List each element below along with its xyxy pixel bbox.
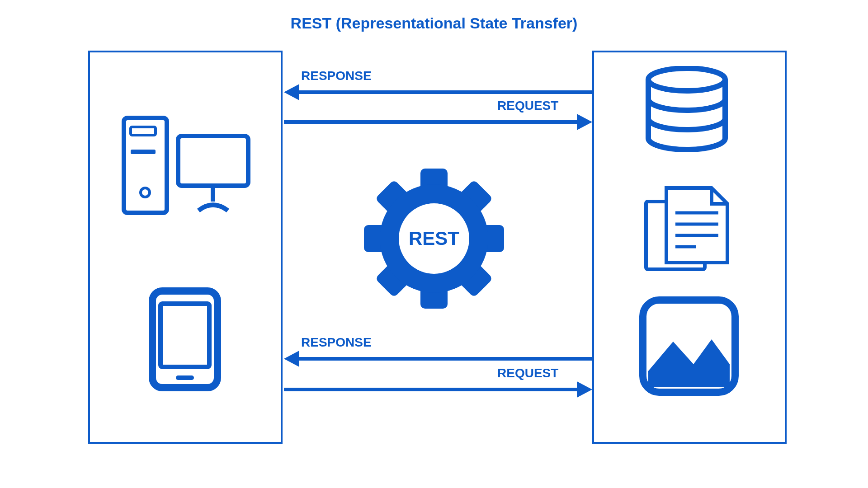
- svg-rect-1: [131, 127, 156, 135]
- document-icon: [642, 183, 732, 274]
- arrow-head-bottom-response: [284, 351, 299, 367]
- svg-point-3: [141, 188, 150, 197]
- diagram-title: REST (Representational State Transfer): [291, 14, 578, 32]
- arrow-bottom-response: [298, 357, 592, 361]
- svg-point-9: [648, 68, 725, 91]
- arrow-top-response: [298, 90, 592, 94]
- gear-label: REST: [409, 228, 459, 249]
- database-icon: [642, 66, 732, 152]
- arrow-head-top-response: [284, 84, 299, 100]
- server-box: [592, 51, 787, 444]
- arrow-label-top-request: REQUEST: [497, 99, 558, 113]
- desktop-computer-icon: [122, 116, 253, 215]
- arrow-bottom-request: [284, 388, 578, 391]
- arrow-top-request: [284, 120, 578, 124]
- client-box: [88, 51, 283, 444]
- rest-gear-icon: REST: [362, 166, 506, 311]
- arrow-label-top-response: RESPONSE: [301, 69, 372, 83]
- arrow-head-bottom-request: [577, 381, 592, 398]
- svg-rect-2: [131, 150, 156, 154]
- svg-rect-4: [178, 136, 248, 186]
- arrow-label-bottom-response: RESPONSE: [301, 335, 372, 350]
- arrow-head-top-request: [577, 114, 592, 130]
- image-icon: [639, 296, 739, 396]
- svg-rect-7: [160, 304, 209, 367]
- svg-rect-8: [176, 375, 194, 380]
- arrow-label-bottom-request: REQUEST: [497, 366, 558, 380]
- smartphone-icon: [149, 287, 221, 391]
